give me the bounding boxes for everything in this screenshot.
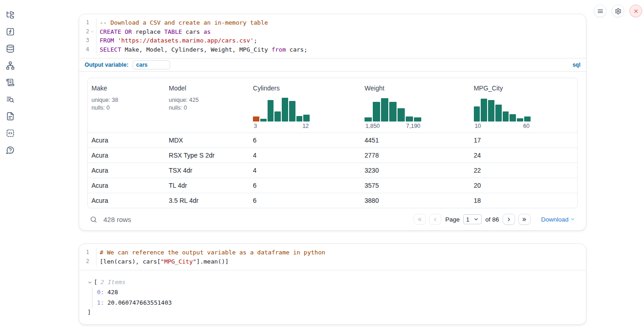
download-button[interactable]: Download xyxy=(541,216,575,223)
search-icon[interactable] xyxy=(90,216,97,223)
fold-spacer xyxy=(89,18,95,27)
output-variable-input[interactable] xyxy=(133,60,170,69)
table-row: AcuraTSX 4dr4323022 xyxy=(88,163,577,178)
code-text: # We can reference the output variable a… xyxy=(96,248,586,257)
histogram-bar xyxy=(495,105,502,122)
histogram-bar xyxy=(373,102,380,122)
code-text: -- Download a CSV and create an in-memor… xyxy=(96,18,586,27)
sql-output-area: Makeunique: 38nulls: 0Modelunique: 425nu… xyxy=(79,72,586,230)
settings-button[interactable] xyxy=(612,5,624,17)
column-name[interactable]: Model xyxy=(169,85,246,92)
table-header: Makeunique: 38nulls: 0Modelunique: 425nu… xyxy=(88,78,577,132)
table-cell: Acura xyxy=(88,152,165,159)
next-page-button[interactable] xyxy=(503,214,515,225)
table-cell: 20 xyxy=(470,182,577,189)
fold-chevron-icon[interactable] xyxy=(89,27,95,37)
chevron-down-icon xyxy=(473,217,479,222)
language-badge[interactable]: sql xyxy=(573,62,580,68)
shutdown-button[interactable] xyxy=(629,5,642,17)
table-cell: TL 4dr xyxy=(165,182,249,189)
sidebar-file-explorer-button[interactable] xyxy=(5,10,15,19)
last-page-button[interactable] xyxy=(518,214,531,225)
python-output-area: [ 2 Items 0:4281:20.060747663551403 ] xyxy=(79,270,586,324)
tree-root-row: [ 2 Items xyxy=(87,277,578,287)
column-stats: unique: 425nulls: 0 xyxy=(169,96,246,111)
tree-entry-value: 20.060747663551403 xyxy=(107,299,172,306)
table-cell: Acura xyxy=(88,167,165,174)
first-page-button[interactable] xyxy=(413,214,426,225)
column-name[interactable]: Weight xyxy=(365,85,467,92)
code-line: 1# We can reference the output variable … xyxy=(79,248,586,257)
scroll-text-icon xyxy=(6,78,15,87)
sidebar-documentation-button[interactable] xyxy=(5,111,15,121)
code-line: 4SELECT Make, Model, Cylinders, Weight, … xyxy=(79,45,586,54)
chevron-down-icon xyxy=(473,217,479,222)
table-cell: 6 xyxy=(249,197,361,204)
chevrons-left-icon xyxy=(417,217,423,222)
notebook-menu-button[interactable] xyxy=(594,5,606,17)
table-cell: 24 xyxy=(470,152,577,159)
menu-icon xyxy=(597,8,604,15)
line-number: 1 xyxy=(79,248,89,257)
chevron-down-icon xyxy=(570,217,575,222)
table-cell: 22 xyxy=(470,167,577,174)
histogram-bar xyxy=(481,99,487,122)
prev-page-button[interactable] xyxy=(429,214,441,225)
table-cell: TSX 4dr xyxy=(165,167,249,174)
tree-close-bracket: ] xyxy=(87,308,578,317)
chevrons-right-icon xyxy=(521,217,527,222)
line-number: 1 xyxy=(79,18,89,27)
histogram-bar xyxy=(282,98,288,122)
tree-collapse-chevron-icon[interactable] xyxy=(87,280,94,285)
network-graph-icon xyxy=(6,61,15,70)
tree-entry: 1:20.060747663551403 xyxy=(97,298,578,308)
sidebar-scratchpad-button[interactable] xyxy=(5,27,15,36)
table-cell: 3.5 RL 4dr xyxy=(165,197,249,204)
folder-tree-icon xyxy=(6,11,15,19)
histogram-bar xyxy=(510,114,516,122)
column-header-mpg_city: MPG_City1060 xyxy=(470,85,577,129)
row-count: 428 rows xyxy=(103,216,131,223)
chevron-left-icon xyxy=(432,217,438,222)
histogram-bar xyxy=(414,117,421,122)
help-chat-icon xyxy=(6,146,15,154)
column-header-model: Modelunique: 425nulls: 0 xyxy=(165,85,249,129)
page-select[interactable]: 1 xyxy=(463,214,482,224)
histogram-bar xyxy=(268,100,274,122)
table-cell: 3575 xyxy=(361,182,470,189)
fold-spacer xyxy=(89,36,95,45)
sidebar-dependencies-button[interactable] xyxy=(5,61,15,70)
page-total-label: of 86 xyxy=(485,216,499,223)
document-icon xyxy=(6,112,15,121)
tree-open-bracket: [ xyxy=(94,277,97,287)
line-number: 2 xyxy=(79,257,89,266)
histogram-bar xyxy=(296,116,303,122)
sidebar-logs-button[interactable] xyxy=(5,95,15,104)
table-cell: 6 xyxy=(249,182,361,189)
column-name[interactable]: Cylinders xyxy=(253,85,357,92)
chevron-right-icon xyxy=(506,217,512,222)
column-name[interactable]: MPG_City xyxy=(474,85,574,92)
table-cell: 4451 xyxy=(361,137,470,144)
sql-code-editor[interactable]: 1-- Download a CSV and create an in-memo… xyxy=(79,14,586,58)
search-icon xyxy=(90,216,97,223)
table-body: AcuraMDX6445117AcuraRSX Type S 2dr427782… xyxy=(88,132,577,208)
sidebar-datasources-button[interactable] xyxy=(5,44,15,53)
python-code-editor[interactable]: 1# We can reference the output variable … xyxy=(79,244,586,270)
function-square-icon xyxy=(6,27,15,36)
sidebar-help-button[interactable] xyxy=(5,145,15,154)
output-variable-strip: Output variable: sql xyxy=(79,58,586,72)
histogram-bar xyxy=(289,101,295,122)
tree-entries: 0:4281:20.060747663551403 xyxy=(92,287,578,308)
sidebar-variables-button[interactable] xyxy=(5,78,15,87)
column-histogram: 1,8507,190 xyxy=(365,98,421,129)
data-table: Makeunique: 38nulls: 0Modelunique: 425nu… xyxy=(87,78,578,208)
sidebar-snippets-button[interactable] xyxy=(5,128,15,137)
code-text: FROM 'https://datasets.marimo.app/cars.c… xyxy=(96,36,586,45)
histogram-axis-labels: 1,8507,190 xyxy=(365,123,421,129)
chevron-down-icon xyxy=(90,30,94,34)
histogram-bar xyxy=(397,108,405,122)
page-select-value: 1 xyxy=(466,216,469,223)
column-name[interactable]: Make xyxy=(91,85,161,92)
histogram-bar xyxy=(303,115,310,122)
